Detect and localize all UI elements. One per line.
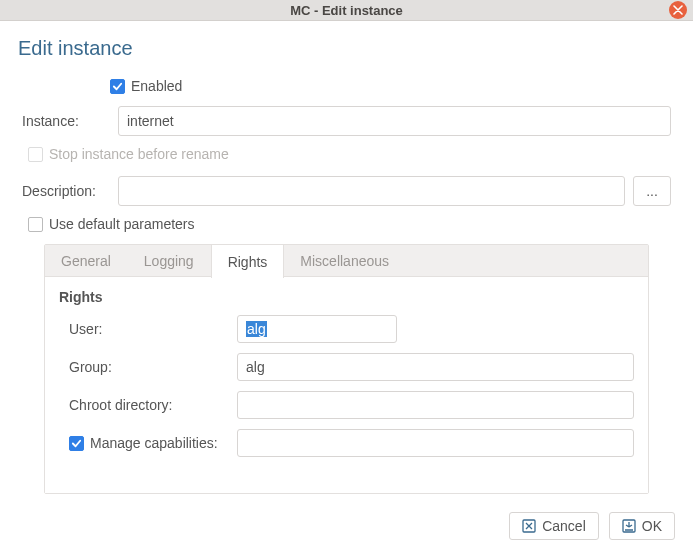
rights-group-title: Rights (59, 289, 634, 305)
chroot-input[interactable] (237, 391, 634, 419)
instance-input[interactable] (118, 106, 671, 136)
check-icon (112, 81, 123, 92)
tabstrip: General Logging Rights Miscellaneous (45, 245, 648, 277)
ok-icon (622, 519, 636, 533)
titlebar: MC - Edit instance (0, 0, 693, 21)
enabled-checkbox[interactable] (110, 79, 125, 94)
page-title: Edit instance (18, 37, 675, 60)
manage-capabilities-input[interactable] (237, 429, 634, 457)
ok-button[interactable]: OK (609, 512, 675, 540)
description-browse-button[interactable]: ... (633, 176, 671, 206)
instance-label: Instance: (22, 113, 110, 129)
description-label: Description: (22, 183, 110, 199)
close-icon (673, 5, 683, 15)
tab-logging[interactable]: Logging (128, 245, 211, 276)
dialog-buttons: Cancel OK (0, 504, 693, 548)
cancel-button[interactable]: Cancel (509, 512, 599, 540)
window-title: MC - Edit instance (290, 3, 403, 18)
user-input[interactable]: alg (237, 315, 397, 343)
enabled-label: Enabled (131, 78, 182, 94)
tab-rights[interactable]: Rights (211, 245, 285, 278)
stop-before-rename-label: Stop instance before rename (49, 146, 229, 162)
chroot-label: Chroot directory: (69, 397, 229, 413)
tab-miscellaneous[interactable]: Miscellaneous (284, 245, 406, 276)
ok-label: OK (642, 518, 662, 534)
tabs-container: General Logging Rights Miscellaneous Rig… (44, 244, 649, 494)
tab-general[interactable]: General (45, 245, 128, 276)
cancel-icon (522, 519, 536, 533)
group-input[interactable] (237, 353, 634, 381)
manage-capabilities-checkbox[interactable] (69, 436, 84, 451)
use-default-params-label: Use default parameters (49, 216, 195, 232)
use-default-params-checkbox[interactable] (28, 217, 43, 232)
check-icon (71, 438, 82, 449)
group-label: Group: (69, 359, 229, 375)
manage-capabilities-label: Manage capabilities: (90, 435, 218, 451)
close-button[interactable] (669, 1, 687, 19)
user-label: User: (69, 321, 229, 337)
stop-before-rename-checkbox (28, 147, 43, 162)
cancel-label: Cancel (542, 518, 586, 534)
user-value: alg (246, 321, 267, 337)
description-input[interactable] (118, 176, 625, 206)
tab-body-rights: Rights User: alg Group: Chroot directory… (45, 277, 648, 493)
